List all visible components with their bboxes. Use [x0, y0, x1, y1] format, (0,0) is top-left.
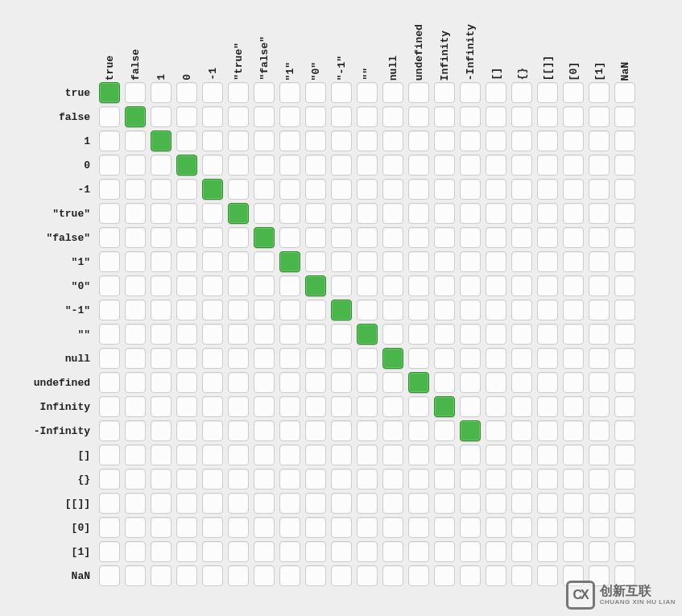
row-header: NaN	[16, 570, 97, 582]
cell-false	[408, 155, 429, 176]
cell-false	[228, 227, 249, 248]
cell-false	[254, 372, 275, 393]
cell-false	[305, 372, 326, 393]
matrix-row: ""	[16, 322, 638, 346]
column-header-label: false	[130, 46, 142, 81]
row-header: []	[16, 449, 97, 461]
cell-false	[228, 493, 249, 514]
cell-false	[408, 324, 429, 345]
cell-false	[279, 106, 300, 127]
cell-false	[228, 517, 249, 538]
cell-true	[434, 396, 455, 417]
cell-false	[537, 251, 558, 272]
cell-false	[331, 251, 352, 272]
column-header: NaN	[612, 59, 638, 81]
cell-false	[486, 155, 506, 176]
cell-false	[125, 372, 146, 393]
cell-false	[125, 444, 146, 465]
cell-false	[279, 179, 300, 200]
cell-false	[486, 130, 506, 151]
cell-false	[537, 517, 558, 538]
cell-false	[279, 348, 300, 369]
cell-false	[202, 565, 223, 586]
cell-false	[460, 300, 481, 320]
cell-false	[357, 396, 378, 417]
cell-false	[125, 275, 146, 296]
cell-false	[563, 348, 584, 369]
cell-false	[460, 179, 481, 200]
cell-false	[331, 517, 352, 538]
column-header: "1"	[277, 59, 303, 81]
cell-false	[176, 275, 197, 296]
row-header: 0	[16, 159, 97, 172]
cell-false	[228, 155, 249, 176]
cell-false	[434, 324, 455, 345]
cell-false	[408, 130, 429, 151]
cell-false	[254, 203, 275, 224]
cell-false	[254, 130, 275, 151]
watermark-logo-icon: CX	[566, 581, 595, 610]
cell-false	[254, 493, 275, 514]
cell-false	[99, 130, 120, 151]
cell-false	[228, 541, 249, 562]
cell-false	[511, 324, 532, 345]
cell-false	[202, 541, 223, 562]
cell-false	[331, 372, 352, 393]
cell-false	[408, 493, 429, 514]
cell-false	[279, 130, 300, 151]
cell-false	[279, 155, 300, 176]
cell-false	[357, 444, 378, 465]
cell-false	[434, 203, 455, 224]
cell-false	[125, 179, 146, 200]
column-header: 0	[174, 71, 200, 81]
cell-true	[382, 348, 403, 369]
cell-false	[176, 469, 197, 490]
cell-false	[279, 517, 300, 538]
cell-false	[151, 275, 172, 296]
column-header: "0"	[303, 59, 329, 81]
cell-false	[357, 155, 378, 176]
cell-false	[511, 517, 532, 538]
cell-false	[408, 469, 429, 490]
cell-false	[202, 106, 223, 127]
cell-false	[331, 565, 352, 586]
cell-false	[434, 541, 455, 562]
row-header: [1]	[16, 546, 97, 558]
cell-false	[228, 396, 249, 417]
matrix-row: null	[16, 346, 638, 370]
matrix-row: undefined	[16, 370, 638, 395]
cell-false	[99, 300, 120, 320]
cell-false	[176, 372, 197, 393]
cell-false	[408, 106, 429, 127]
cell-false	[254, 444, 275, 465]
cell-false	[202, 227, 223, 248]
cell-false	[357, 106, 378, 127]
cell-true	[228, 203, 249, 224]
cell-false	[305, 444, 326, 465]
cell-false	[331, 420, 352, 441]
cell-false	[537, 179, 558, 200]
cell-false	[434, 251, 455, 272]
cell-false	[434, 348, 455, 369]
cell-false	[331, 348, 352, 369]
cell-false	[408, 541, 429, 562]
cell-false	[486, 372, 506, 393]
cell-false	[563, 106, 584, 127]
matrix-row: NaN	[16, 564, 638, 588]
cell-false	[382, 469, 403, 490]
cell-false	[486, 203, 506, 224]
row-header: -Infinity	[16, 425, 97, 437]
cell-false	[228, 275, 249, 296]
cell-false	[202, 517, 223, 538]
cell-false	[537, 275, 558, 296]
watermark-text: 创新互联 CHUANG XIN HU LIAN	[600, 585, 676, 606]
cell-false	[614, 541, 635, 562]
cell-false	[511, 106, 532, 127]
column-header: null	[380, 52, 406, 81]
cell-false	[125, 130, 146, 151]
column-header: "-1"	[329, 52, 354, 81]
cell-false	[511, 541, 532, 562]
column-header: 1	[148, 71, 174, 81]
cell-false	[589, 517, 610, 538]
cell-false	[305, 565, 326, 586]
